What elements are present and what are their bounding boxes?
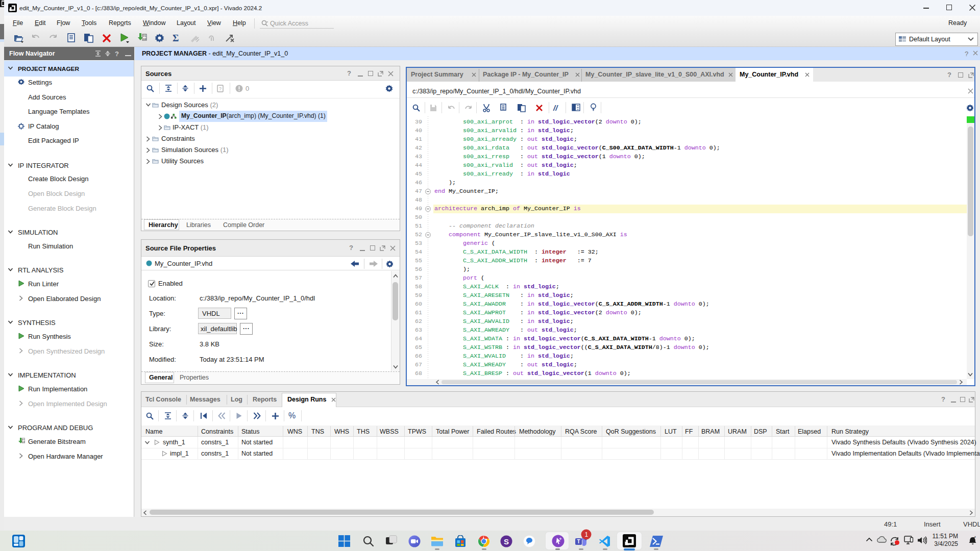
svg-text:?: ? [219, 86, 222, 91]
svg-text:T: T [577, 539, 580, 544]
svg-text:S: S [504, 537, 509, 546]
svg-text:z: z [974, 535, 976, 538]
svg-text:10: 10 [22, 440, 25, 443]
svg-text:1: 1 [585, 531, 589, 538]
svg-text:10: 10 [143, 37, 146, 41]
